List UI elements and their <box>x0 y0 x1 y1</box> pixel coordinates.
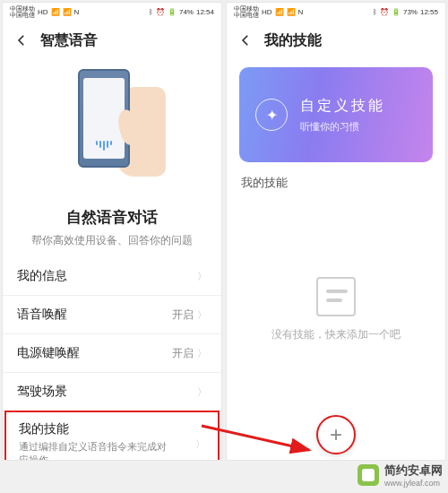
hd-icon: HD <box>38 8 48 16</box>
headline: 自然语音对话 <box>3 207 221 228</box>
watermark-url: www.jyleaf.com <box>384 479 443 488</box>
hd-icon: HD <box>262 8 272 16</box>
wifi-icon: 📶 <box>63 8 72 16</box>
empty-text: 没有技能，快来添加一个吧 <box>271 327 401 342</box>
app-header: 智慧语音 <box>3 21 221 60</box>
battery-icon: 🔋 <box>168 8 177 16</box>
empty-state: 没有技能，快来添加一个吧 <box>227 277 445 342</box>
list-label: 电源键唤醒 <box>17 345 80 361</box>
list-label: 驾驶场景 <box>17 384 67 400</box>
page-title: 智慧语音 <box>40 31 98 50</box>
chevron-right-icon: 〉 <box>197 347 207 360</box>
list-value: 开启 <box>172 307 194 323</box>
document-icon <box>316 277 356 316</box>
list-label: 我的信息 <box>17 268 67 284</box>
nfc-icon: N <box>298 8 304 16</box>
section-title: 我的技能 <box>227 169 445 196</box>
status-bar: 中国移动 中国电信 HD 📶 📶 N ᛒ ⏰ 🔋 73% 12:55 <box>227 3 445 21</box>
watermark-logo-icon <box>358 464 379 486</box>
list-value: 开启 <box>172 346 194 361</box>
carrier-labels: 中国移动 中国电信 <box>10 5 35 18</box>
bluetooth-icon: ᛒ <box>149 8 153 16</box>
subheadline: 帮你高效使用设备、回答你的问题 <box>3 233 221 248</box>
card-subtitle: 听懂你的习惯 <box>300 120 385 134</box>
watermark-name: 简约安卓网 <box>384 463 443 479</box>
chevron-right-icon: 〉 <box>197 270 207 283</box>
list-item-my-skills[interactable]: 我的技能 通过编排自定义语音指令来完成对应操作 〉 <box>4 411 220 461</box>
page-title: 我的技能 <box>264 31 322 50</box>
list-label: 我的技能 <box>19 421 171 437</box>
chevron-right-icon: 〉 <box>195 437 205 451</box>
chevron-right-icon: 〉 <box>197 308 207 322</box>
custom-skill-card[interactable]: ✦ 自定义技能 听懂你的习惯 <box>239 67 433 162</box>
voice-wave-icon <box>96 141 112 151</box>
list-item-my-info[interactable]: 我的信息 〉 <box>3 257 221 296</box>
nfc-icon: N <box>74 8 80 16</box>
wifi-icon: 📶 <box>287 8 296 16</box>
list-item-voice-wake[interactable]: 语音唤醒 开启 〉 <box>3 296 221 334</box>
status-bar: 中国移动 中国电信 HD 📶 📶 N ᛒ ⏰ 🔋 74% 12:54 <box>3 3 221 21</box>
signal-icon: 📶 <box>275 8 284 16</box>
list-item-power-wake[interactable]: 电源键唤醒 开启 〉 <box>3 334 221 373</box>
illustration <box>3 60 221 203</box>
phone-left: 中国移动 中国电信 HD 📶 📶 N ᛒ ⏰ 🔋 74% 12:54 智慧语音 <box>2 2 222 461</box>
battery-icon: 🔋 <box>392 8 401 16</box>
signal-icon: 📶 <box>51 8 60 16</box>
chevron-right-icon: 〉 <box>197 385 207 399</box>
clock: 12:55 <box>420 8 438 16</box>
magic-wand-icon: ✦ <box>255 99 288 131</box>
battery-percent: 73% <box>403 8 418 16</box>
list-sublabel: 通过编排自定义语音指令来完成对应操作 <box>19 440 171 461</box>
list-item-driving[interactable]: 驾驶场景 〉 <box>3 373 221 411</box>
app-header: 我的技能 <box>227 21 445 60</box>
alarm-icon: ⏰ <box>156 8 165 16</box>
back-icon[interactable] <box>237 32 254 48</box>
phone-right: 中国移动 中国电信 HD 📶 📶 N ᛒ ⏰ 🔋 73% 12:55 我的技能 … <box>226 2 446 461</box>
clock: 12:54 <box>196 8 214 16</box>
carrier-labels: 中国移动 中国电信 <box>234 5 259 18</box>
card-title: 自定义技能 <box>300 97 385 116</box>
add-skill-button[interactable]: + <box>316 415 356 454</box>
back-icon[interactable] <box>13 32 30 48</box>
bluetooth-icon: ᛒ <box>373 8 377 16</box>
list-label: 语音唤醒 <box>17 307 67 323</box>
battery-percent: 74% <box>179 8 194 16</box>
watermark: 简约安卓网 www.jyleaf.com <box>358 463 443 488</box>
alarm-icon: ⏰ <box>380 8 389 16</box>
